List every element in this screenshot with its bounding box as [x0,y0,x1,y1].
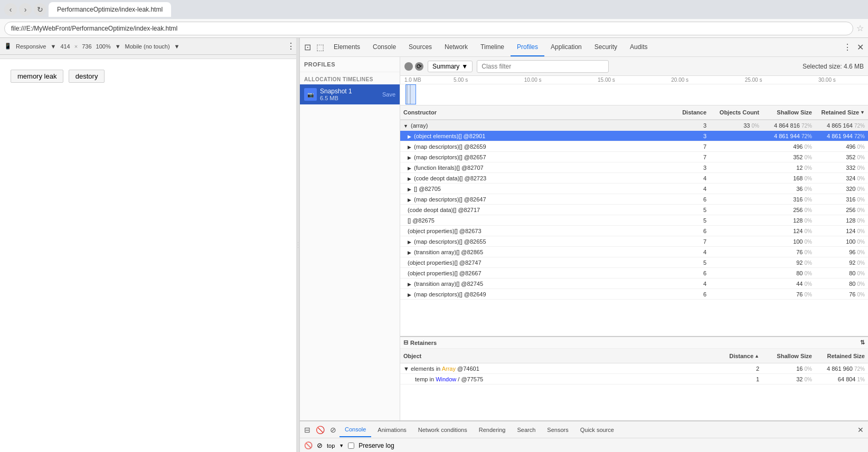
clear-button[interactable]: ⟳ [415,62,423,71]
devtools-undock-icon[interactable]: ⬚ [314,40,326,54]
expand-icon[interactable]: ▶ [408,145,411,150]
bottom-tab-rendering[interactable]: Rendering [474,422,511,437]
bottom-tab-sensors[interactable]: Sensors [542,422,573,437]
forward-button[interactable]: › [19,3,32,16]
rth-retained[interactable]: Retained Size [815,353,868,359]
td-shallow: 256 0% [762,207,815,213]
tab-audits[interactable]: Audits [624,38,654,56]
filter-console-icon[interactable]: ⊘ [317,441,323,449]
bottom-close-icon[interactable]: ⊟ [302,424,313,436]
devtools-close-icon[interactable]: ✕ [855,40,866,54]
rth-object[interactable]: Object [400,353,720,359]
rth-distance[interactable]: Distance ▲ [720,353,762,359]
table-row[interactable]: ▶ [] @82705 4 36 0% 320 0% [400,184,868,194]
expand-icon[interactable]: ▶ [408,239,411,245]
expand-icon[interactable]: ▶ [408,166,411,171]
allocation-timelines-section: ALLOCATION TIMELINES [300,74,400,84]
address-bar[interactable]: file:///E:/MyWebFront/PerformanceOptimiz… [4,22,853,35]
devtools-more-icon[interactable]: ⋮ [841,40,854,54]
th-retained-size[interactable]: Retained Size ▼ [815,109,868,116]
table-row[interactable]: ▶ (map descriptors)[] @82647 6 316 0% 31… [400,194,868,205]
bottom-tab-quick-source[interactable]: Quick source [575,422,619,437]
table-row[interactable]: ▼ (array) 3 33 0% 4 864 816 72% 4 865 16… [400,120,868,131]
bottom-tab-network-conditions[interactable]: Network conditions [413,422,473,437]
tab-elements[interactable]: Elements [327,38,366,56]
table-row[interactable]: ▶ (transition array)[] @82865 4 76 0% 96… [400,247,868,257]
retainer-prefix2: temp in [415,376,436,382]
tab-network[interactable]: Network [438,38,474,56]
table-row[interactable]: ▶ (transition array)[] @82745 4 44 0% 80… [400,278,868,289]
record-button[interactable] [404,62,413,71]
expand-icon[interactable]: ▼ [403,366,409,372]
th-shallow-size[interactable]: Shallow Size [762,109,815,116]
bottom-clear-icon[interactable]: 🚫 [314,424,327,436]
tab-timeline[interactable]: Timeline [474,38,511,56]
expand-icon[interactable]: ▶ [408,176,411,181]
bottom-tab-animations[interactable]: Animations [372,422,411,437]
expand-icon[interactable]: ▶ [408,250,411,255]
table-row[interactable]: [] @82675 5 128 0% 128 0% [400,215,868,226]
table-row[interactable]: ▶ (map descriptors)[] @82655 7 100 0% 10… [400,236,868,247]
table-row[interactable]: (object properties)[] @82747 5 92 0% 92 … [400,257,868,268]
bottom-tab-console[interactable]: Console [339,422,371,437]
snapshot-item[interactable]: 📷 Snapshot 1 6.5 MB Save [300,84,400,104]
table-row[interactable]: ▶ (function literals)[] @82707 3 12 0% 3… [400,162,868,173]
dimension-separator: × [74,43,78,50]
preserve-log-checkbox[interactable] [348,443,354,449]
bookmark-icon[interactable]: ☆ [856,23,864,33]
expand-icon[interactable]: ▶ [408,134,411,139]
back-button[interactable]: ‹ [4,3,17,16]
tab-sources[interactable]: Sources [402,38,438,56]
close-bottom-panel-icon[interactable]: ✕ [855,424,866,436]
devtools-dock-icon[interactable]: ⊡ [302,40,313,54]
table-row[interactable]: ▶ (map descriptors)[] @82659 7 496 0% 49… [400,141,868,152]
expand-icon[interactable]: ▶ [408,187,411,192]
th-objects-count[interactable]: Objects Count [710,109,762,116]
retainers-collapse-icon[interactable]: ⊟ [403,339,408,346]
table-row[interactable]: ▶ (object elements)[] @82901 3 4 861 944… [400,131,868,141]
tab-security[interactable]: Security [588,38,624,56]
rth-shallow[interactable]: Shallow Size [762,353,815,359]
expand-icon[interactable]: ▶ [408,292,411,297]
table-row[interactable]: ▶ (map descriptors)[] @82649 6 76 0% 76 … [400,289,868,300]
expand-icon[interactable]: ▶ [408,155,411,160]
tab-console[interactable]: Console [366,38,402,56]
retainers-resize-icon[interactable]: ⇅ [860,339,865,346]
tab-profiles[interactable]: Profiles [511,38,544,56]
th-distance[interactable]: Distance [667,109,710,116]
td-distance: 7 [667,154,710,160]
memory-leak-button[interactable]: memory leak [11,70,63,83]
tab-application[interactable]: Application [544,38,588,56]
timeline-area: 1.0 MB 5.00 s 10.00 s 15.00 s 20.00 s 25… [400,76,868,105]
snapshot-save-button[interactable]: Save [382,91,395,98]
expand-icon[interactable]: ▶ [408,282,411,287]
bottom-tab-search[interactable]: Search [512,422,541,437]
table-row[interactable]: (object properties)[] @82667 6 80 0% 80 … [400,268,868,278]
expand-icon[interactable]: ▼ [403,123,408,129]
browser-tab[interactable]: PerformanceOptimize/index-leak.html [49,2,171,17]
table-row[interactable]: (code deopt data)[] @82717 5 256 0% 256 … [400,205,868,215]
retainer-row[interactable]: ▼ elements in Array @74601 2 16 0% 4 861… [400,363,868,374]
top-dropdown[interactable]: top [327,443,335,449]
th-constructor[interactable]: Constructor [400,109,667,116]
timeline-chart[interactable] [400,84,868,104]
td-shallow: 128 0% [762,217,815,224]
destory-button[interactable]: destory [69,70,105,83]
td-constructor: ▶ (code deopt data)[] @82723 [400,175,667,181]
table-row[interactable]: ▶ (map descriptors)[] @82657 7 352 0% 35… [400,152,868,162]
class-filter-input[interactable] [477,60,609,73]
toolbar-options-icon[interactable]: ⋮ [287,41,295,51]
device-mode-label[interactable]: Responsive [16,43,46,50]
clear-console-icon[interactable]: 🚫 [304,441,313,449]
snapshot-info: Snapshot 1 6.5 MB [320,88,379,101]
summary-dropdown[interactable]: Summary ▼ [428,61,473,72]
resize-handle[interactable]: · · · [296,38,299,452]
td-constructor: [] @82675 [400,217,667,224]
table-row[interactable]: ▶ (code deopt data)[] @82723 4 168 0% 32… [400,173,868,184]
expand-icon[interactable]: ▶ [408,197,411,203]
table-row[interactable]: (object properties)[] @82673 6 124 0% 12… [400,226,868,236]
table-body[interactable]: ▼ (array) 3 33 0% 4 864 816 72% 4 865 16… [400,120,868,336]
bottom-filter-icon[interactable]: ⊘ [328,424,338,436]
refresh-button[interactable]: ↻ [34,3,46,16]
retainer-row[interactable]: temp in Window / @77575 1 32 0% 64 804 1… [400,374,868,384]
